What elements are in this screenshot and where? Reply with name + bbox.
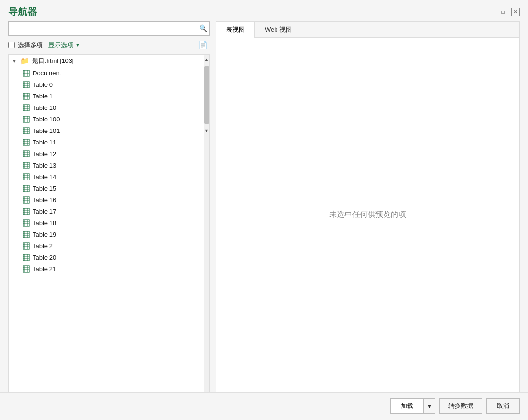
scroll-thumb[interactable] xyxy=(204,66,209,124)
list-item[interactable]: Table 11 xyxy=(9,136,204,148)
list-item[interactable]: Table 10 xyxy=(9,102,204,113)
svg-rect-60 xyxy=(23,208,29,215)
table-grid-icon xyxy=(22,230,30,238)
item-label: Table 10 xyxy=(33,104,56,111)
list-item[interactable]: Table 0 xyxy=(9,79,204,90)
display-options-button[interactable]: 显示选项 ▼ xyxy=(48,41,80,49)
cancel-button[interactable]: 取消 xyxy=(486,398,520,414)
tab-table-view-label: 表视图 xyxy=(226,26,245,33)
list-item[interactable]: Table 101 xyxy=(9,125,204,136)
item-label: Table 20 xyxy=(33,254,56,261)
bottom-bar: 加载 ▼ 转换数据 取消 xyxy=(0,392,528,420)
load-button-group: 加载 ▼ xyxy=(390,398,435,414)
item-label: Table 0 xyxy=(33,81,53,88)
svg-rect-10 xyxy=(23,93,29,99)
svg-rect-85 xyxy=(23,266,29,272)
svg-rect-20 xyxy=(23,116,29,122)
table-grid-icon xyxy=(22,92,30,100)
toolbar-row: 选择多项 显示选项 ▼ 📄 xyxy=(8,39,210,50)
list-item[interactable]: Table 12 xyxy=(9,148,204,159)
search-input[interactable] xyxy=(11,25,199,32)
item-label: Table 15 xyxy=(33,185,56,192)
scroll-down-button[interactable]: ▼ xyxy=(204,126,210,135)
item-label: Table 101 xyxy=(33,127,60,134)
list-item[interactable]: Table 21 xyxy=(9,263,204,275)
table-grid-icon xyxy=(22,242,30,250)
select-multiple-label: 选择多项 xyxy=(18,41,43,49)
item-label: Table 17 xyxy=(33,208,56,215)
tab-web-view[interactable]: Web 视图 xyxy=(255,22,302,37)
content-area: 🔍 选择多项 显示选项 ▼ 📄 xyxy=(0,21,528,392)
load-button[interactable]: 加载 xyxy=(390,398,424,414)
table-grid-icon xyxy=(22,161,30,169)
table-grid-icon xyxy=(22,219,30,227)
navigator-window: 导航器 □ ✕ 🔍 选择多项 xyxy=(0,0,528,420)
select-multiple-input[interactable] xyxy=(8,42,15,48)
list-item[interactable]: Table 20 xyxy=(9,252,204,263)
item-label: Table 2 xyxy=(33,242,53,250)
table-grid-icon xyxy=(22,253,30,261)
svg-rect-5 xyxy=(23,82,29,88)
list-item[interactable]: Table 100 xyxy=(9,113,204,125)
tree-list: ▼ 📁 题目.html [103] xyxy=(9,55,204,392)
list-item[interactable]: Table 14 xyxy=(9,171,204,182)
transform-data-label: 转换数据 xyxy=(448,402,473,409)
table-grid-icon xyxy=(22,81,30,88)
svg-rect-25 xyxy=(23,128,29,134)
list-item[interactable]: Table 17 xyxy=(9,205,204,217)
load-dropdown-arrow-icon: ▼ xyxy=(427,403,432,409)
item-label: Document xyxy=(33,70,61,77)
cancel-label: 取消 xyxy=(497,402,509,409)
table-grid-icon xyxy=(22,173,30,180)
tab-table-view[interactable]: 表视图 xyxy=(216,22,255,38)
table-grid-icon xyxy=(22,150,30,157)
minimize-button[interactable]: □ xyxy=(499,8,507,16)
display-options-chevron-icon: ▼ xyxy=(75,42,80,48)
svg-rect-15 xyxy=(23,105,29,111)
root-label: 题目.html [103] xyxy=(32,57,74,65)
item-label: Table 13 xyxy=(33,162,56,169)
item-label: Table 11 xyxy=(33,139,56,146)
svg-rect-50 xyxy=(23,185,29,192)
close-icon: ✕ xyxy=(513,9,518,15)
svg-rect-75 xyxy=(23,243,29,249)
list-item[interactable]: Table 2 xyxy=(9,240,204,252)
table-grid-icon xyxy=(22,207,30,215)
root-expand-arrow: ▼ xyxy=(12,59,17,64)
table-grid-icon xyxy=(22,184,30,192)
tab-bar: 表视图 Web 视图 xyxy=(216,22,519,38)
scrollbar-track: ▲ ▼ xyxy=(204,55,209,392)
list-item[interactable]: Table 16 xyxy=(9,194,204,205)
list-item[interactable]: Table 13 xyxy=(9,159,204,171)
svg-rect-55 xyxy=(23,197,29,203)
svg-rect-65 xyxy=(23,220,29,226)
doc-icon: 📄 xyxy=(198,41,208,49)
transform-data-button[interactable]: 转换数据 xyxy=(439,398,482,414)
preview-area: 未选中任何供预览的项 xyxy=(216,38,519,392)
tree-container: ▼ 📁 题目.html [103] xyxy=(8,54,210,392)
tree-root-item[interactable]: ▼ 📁 题目.html [103] xyxy=(9,55,204,67)
window-title: 导航器 xyxy=(8,5,37,18)
scroll-up-button[interactable]: ▲ xyxy=(204,55,210,64)
search-icon[interactable]: 🔍 xyxy=(199,24,207,32)
item-label: Table 1 xyxy=(33,93,53,100)
list-item[interactable]: Table 18 xyxy=(9,217,204,228)
item-label: Table 12 xyxy=(33,150,56,157)
load-dropdown-button[interactable]: ▼ xyxy=(424,398,435,414)
list-item[interactable]: Table 15 xyxy=(9,182,204,194)
search-bar: 🔍 xyxy=(8,21,210,36)
close-button[interactable]: ✕ xyxy=(511,8,520,16)
list-item[interactable]: Table 1 xyxy=(9,90,204,102)
table-grid-icon xyxy=(22,69,30,77)
svg-rect-30 xyxy=(23,139,29,145)
list-item[interactable]: Document xyxy=(9,67,204,79)
svg-rect-70 xyxy=(23,231,29,238)
load-label: 加载 xyxy=(401,402,413,409)
display-options-label: 显示选项 xyxy=(48,41,73,49)
item-label: Table 19 xyxy=(33,231,56,238)
doc-icon-button[interactable]: 📄 xyxy=(196,39,210,50)
svg-rect-0 xyxy=(23,70,29,76)
right-panel: 表视图 Web 视图 未选中任何供预览的项 xyxy=(216,21,520,392)
select-multiple-checkbox[interactable]: 选择多项 xyxy=(8,41,43,49)
list-item[interactable]: Table 19 xyxy=(9,228,204,240)
